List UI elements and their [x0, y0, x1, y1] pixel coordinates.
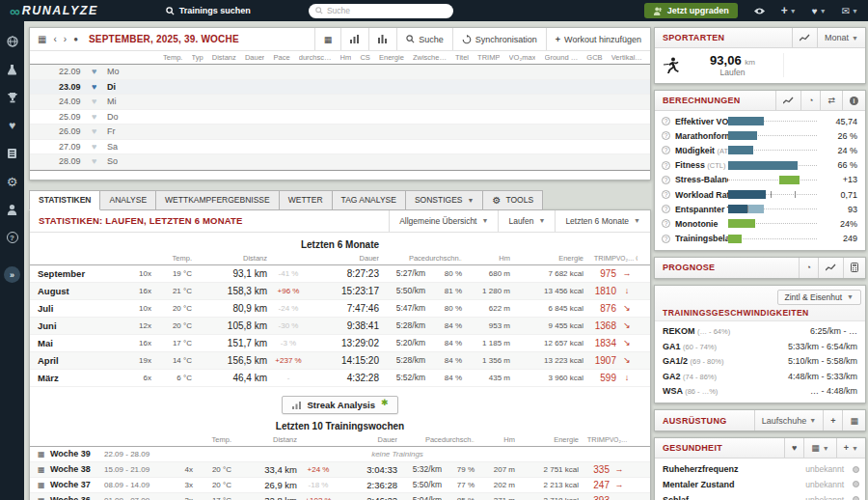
help-circle-icon[interactable]: ? — [662, 205, 670, 213]
add-equipment-button[interactable]: + — [823, 410, 842, 431]
help-icon[interactable]: ? — [6, 231, 19, 244]
prognose-chart-button[interactable] — [818, 258, 843, 278]
trophy-icon[interactable] — [6, 91, 19, 104]
help-circle-icon[interactable]: ? — [662, 235, 670, 243]
health-menu-button[interactable]: ♥▼ — [812, 6, 827, 16]
metric-row[interactable]: ?Fitness (CTL)66 % — [655, 158, 865, 173]
berechnungen-gauge-button[interactable]: ◔ — [800, 91, 820, 110]
lab-flask-icon[interactable] — [6, 63, 19, 76]
help-circle-icon[interactable]: ? — [662, 117, 670, 125]
tab-wetter[interactable]: WETTER — [280, 190, 333, 210]
global-search-input[interactable] — [327, 6, 447, 15]
heart-icon[interactable]: ♥ — [92, 142, 107, 152]
berechnungen-chart-button[interactable] — [775, 91, 800, 110]
metric-row[interactable]: ?Marathonform 26 % — [655, 128, 865, 143]
prognose-calculator-button[interactable] — [843, 258, 865, 278]
month-row[interactable]: Mai16x17 °C151,7 km-3 %13:29:025:20/km84… — [30, 335, 650, 352]
health-heart-icon[interactable]: ♥ — [6, 119, 19, 132]
sportarten-period-dropdown[interactable]: Monat▼ — [817, 28, 865, 47]
filter-sport-dropdown[interactable]: Laufen▼ — [498, 210, 555, 232]
calendar-icon[interactable]: ▦ — [38, 34, 46, 44]
prev-week-button[interactable]: ‹ — [53, 34, 56, 44]
calendar-day-row[interactable]: 26.09♥Fr — [30, 125, 650, 140]
sportarten-chart-button[interactable] — [792, 28, 817, 47]
today-dot-icon[interactable]: ● — [73, 35, 78, 43]
account-user-icon[interactable] — [6, 203, 19, 216]
tab-statistiken[interactable]: STATISTIKEN — [29, 190, 100, 210]
help-circle-icon[interactable]: ? — [662, 176, 670, 184]
calendar-day-row[interactable]: 28.09♥So — [30, 154, 650, 170]
heart-icon[interactable]: ♥ — [92, 126, 107, 136]
help-circle-icon[interactable]: ? — [662, 190, 670, 199]
month-row[interactable]: Juli10x20 °C80,9 km-24 %7:47:465:47/km80… — [30, 300, 650, 318]
heart-icon[interactable]: ♥ — [92, 97, 107, 106]
speeds-model-dropdown[interactable]: Zintl & Eisenhut▼ — [777, 290, 861, 305]
calendar-day-row[interactable]: 23.09♥Di — [30, 80, 650, 96]
metric-row[interactable]: ?Müdigkeit (ATL)24 % — [655, 143, 865, 157]
prognose-gauge-button[interactable]: ◔ — [799, 258, 818, 278]
help-circle-icon[interactable]: ? — [662, 161, 670, 170]
metric-row[interactable]: ?Workload Ratio (A:C)0,71 — [655, 187, 865, 202]
health-heart-button[interactable]: ♥ — [784, 438, 803, 458]
month-row[interactable]: März6x6 °C46,4 km-4:32:285:52/km84 %435 … — [30, 370, 650, 387]
tab-tag-analyse[interactable]: TAG ANALYSE — [333, 190, 406, 210]
health-row[interactable]: Mentaler Zustandunbekannt — [655, 477, 865, 492]
month-row[interactable]: April19x14 °C156,5 km+237 %14:15:205:28/… — [30, 352, 650, 370]
settings-gear-icon[interactable]: ⚙ — [6, 175, 19, 188]
help-circle-icon[interactable]: ? — [662, 219, 670, 228]
week-row[interactable]: ▦Woche 3601.09 - 07.093x17 °C32,8 km+102… — [30, 493, 650, 500]
month-row[interactable]: September10x19 °C93,1 km-41 %8:27:235:27… — [30, 265, 650, 283]
health-row[interactable]: Ruheherzfrequenzunbekannt — [655, 461, 865, 477]
calendar-view-button[interactable]: ▦ — [314, 28, 341, 50]
streak-analysis-button[interactable]: Streak Analysis ✱ — [282, 396, 399, 414]
trainings-search-button[interactable]: Trainings suchen — [166, 6, 251, 15]
sidebar-expand-button[interactable]: » — [4, 266, 20, 283]
metric-row[interactable]: ?Entspannter TRIMP 93 — [655, 202, 865, 216]
add-workout-button[interactable]: +Workout hinzufügen — [546, 28, 650, 50]
help-circle-icon[interactable]: ? — [662, 131, 670, 140]
heart-icon[interactable]: ♥ — [92, 112, 107, 122]
week-row[interactable]: ▦Woche 3815.09 - 21.094x20 °C33,4 km+24 … — [30, 462, 650, 478]
berechnungen-shuffle-button[interactable]: ⇄ — [820, 91, 842, 110]
calendar-day-row[interactable]: 24.09♥Mi — [30, 95, 650, 110]
tab-wettkampfergebnisse[interactable]: WETTKAMPFERGEBNISSE — [156, 190, 280, 210]
heart-icon[interactable]: ♥ — [92, 82, 107, 92]
info-icon-button[interactable]: i — [842, 91, 865, 110]
filter-overview-dropdown[interactable]: Allgemeine Übersicht▼ — [389, 210, 498, 232]
sportarten-body[interactable]: 93,06 km Laufen — [655, 48, 865, 83]
tab-tools[interactable]: ⚙TOOLS — [483, 190, 543, 210]
upgrade-button[interactable]: Jetzt upgraden — [644, 3, 738, 18]
month-row[interactable]: August16x21 °C158,3 km+96 %15:23:175:50/… — [30, 283, 650, 300]
synchronisation-button[interactable]: Synchronisation — [452, 28, 546, 50]
bar-chart-icon-button[interactable] — [340, 28, 368, 50]
calendar-day-row[interactable]: 22.09♥Mo — [30, 65, 650, 80]
help-circle-icon[interactable]: ? — [662, 146, 670, 154]
heart-icon[interactable]: ♥ — [92, 156, 107, 166]
calendar-title[interactable]: SEPTEMBER, 2025, 39. WOCHE — [89, 34, 239, 44]
equipment-table-button[interactable]: ▦ — [842, 410, 865, 431]
heart-icon[interactable]: ♥ — [92, 67, 107, 76]
bar-chart2-icon-button[interactable] — [368, 28, 396, 50]
dashboard-globe-icon[interactable] — [6, 35, 19, 48]
search-trainings-button[interactable]: Suche — [396, 28, 452, 50]
runalyze-logo[interactable]: ∞ RUNALYZE — [10, 4, 98, 18]
week-row[interactable]: ▦Woche 3708.09 - 14.093x20 °C26,9 km-18 … — [30, 478, 650, 493]
health-table-dropdown[interactable]: ▦▼ — [803, 438, 835, 458]
month-row[interactable]: Juni12x20 °C105,8 km-30 %9:38:415:28/km8… — [30, 318, 650, 335]
calendar-day-row[interactable]: 25.09♥Do — [30, 110, 650, 125]
messages-menu-button[interactable]: ✉▼ — [842, 6, 858, 16]
tab-analyse[interactable]: ANALYSE — [100, 190, 156, 210]
calendar-day-row[interactable]: 27.09♥Sa — [30, 140, 650, 155]
journal-book-icon[interactable] — [6, 147, 19, 160]
filter-range-dropdown[interactable]: Letzten 6 Monate▼ — [555, 210, 650, 232]
health-row[interactable]: Schlafunbekannt — [655, 492, 865, 500]
equipment-type-dropdown[interactable]: Laufschuhe▼ — [754, 410, 823, 431]
add-menu-button[interactable]: +▼ — [781, 4, 797, 17]
tab-sonstiges[interactable]: SONSTIGES▼ — [406, 190, 484, 210]
week-row[interactable]: ▦Woche 3922.09 - 28.09keine Trainings — [30, 447, 650, 462]
visibility-eye-icon[interactable] — [753, 7, 766, 15]
metric-row[interactable]: ?Effektiver VO2max 45,74 — [655, 114, 865, 128]
next-week-button[interactable]: › — [64, 34, 67, 44]
metric-row[interactable]: ?Trainingsbelastung 249 — [655, 232, 865, 246]
metric-row[interactable]: ?Monotonie 24% — [655, 216, 865, 231]
